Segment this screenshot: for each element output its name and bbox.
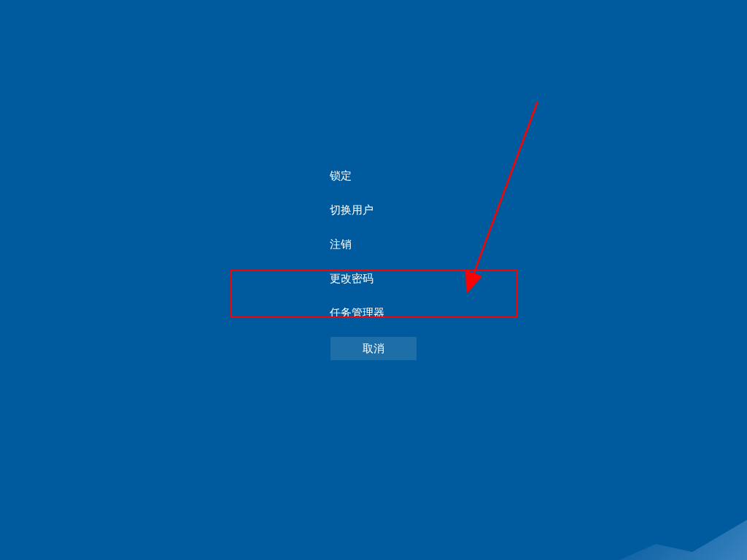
- security-options-menu: 锁定 切换用户 注销 更改密码 任务管理器: [330, 159, 384, 330]
- cancel-button[interactable]: 取消: [330, 337, 417, 360]
- task-manager-option[interactable]: 任务管理器: [330, 296, 384, 330]
- change-password-option[interactable]: 更改密码: [330, 262, 384, 296]
- background-decoration: [565, 520, 747, 560]
- svg-line-1: [468, 101, 538, 290]
- sign-out-option[interactable]: 注销: [330, 228, 384, 262]
- switch-user-option[interactable]: 切换用户: [330, 193, 384, 228]
- lock-option[interactable]: 锁定: [330, 159, 384, 193]
